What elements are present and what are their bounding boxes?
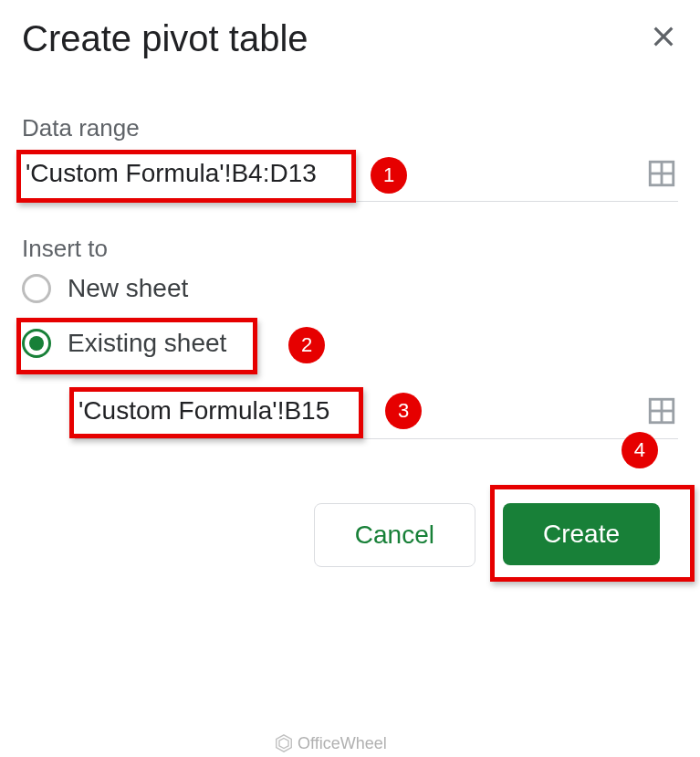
data-range-input[interactable] xyxy=(22,153,350,194)
close-icon[interactable] xyxy=(649,22,678,57)
data-range-label: Data range xyxy=(22,114,678,142)
grid-select-icon[interactable] xyxy=(645,394,678,427)
annotation-badge: 2 xyxy=(288,327,325,363)
annotation-badge: 1 xyxy=(371,157,407,194)
radio-icon xyxy=(22,329,51,358)
dialog-title: Create pivot table xyxy=(22,18,308,59)
create-pivot-dialog: Create pivot table Data range 1 Insert t… xyxy=(0,0,700,585)
existing-sheet-range-row: 3 xyxy=(75,391,678,439)
watermark: OfficeWheel xyxy=(274,733,387,753)
dialog-footer: Cancel Create 4 xyxy=(22,503,678,567)
grid-select-icon[interactable] xyxy=(645,157,678,190)
dialog-header: Create pivot table xyxy=(22,18,678,59)
create-button[interactable]: Create xyxy=(503,503,660,565)
radio-icon xyxy=(22,274,51,303)
new-sheet-label: New sheet xyxy=(68,274,188,303)
insert-to-radio-group: New sheet Existing sheet 2 3 xyxy=(22,274,678,439)
cancel-button[interactable]: Cancel xyxy=(314,503,475,567)
watermark-text: OfficeWheel xyxy=(298,734,387,753)
new-sheet-radio[interactable]: New sheet xyxy=(22,274,678,303)
existing-sheet-label: Existing sheet xyxy=(68,329,226,358)
svg-marker-8 xyxy=(277,735,292,752)
annotation-badge: 3 xyxy=(385,393,422,429)
insert-to-label: Insert to xyxy=(22,235,678,263)
existing-sheet-range-input[interactable] xyxy=(75,391,358,431)
existing-sheet-radio[interactable]: Existing sheet xyxy=(22,321,235,365)
svg-marker-9 xyxy=(279,739,288,749)
data-range-row: 1 xyxy=(22,153,678,202)
